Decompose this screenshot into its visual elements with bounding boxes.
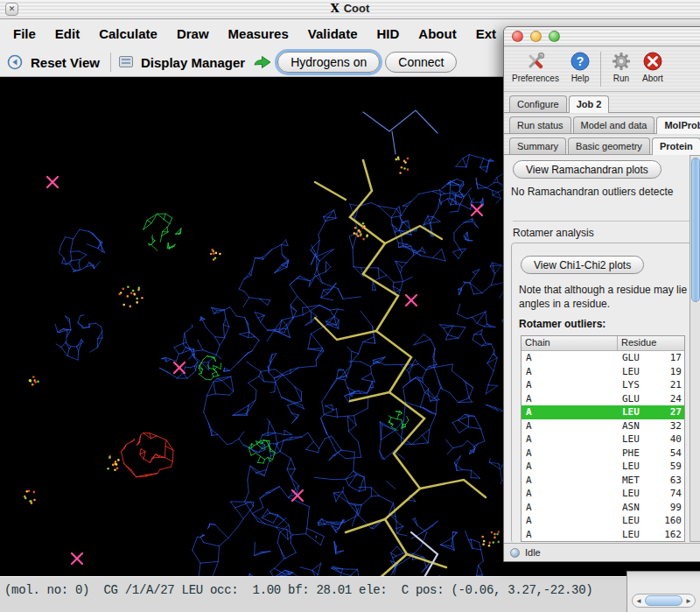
scrollbar-thumb[interactable] bbox=[645, 595, 682, 606]
view-ramachandran-button[interactable]: View Ramachandran plots bbox=[513, 160, 662, 179]
reset-view-icon[interactable] bbox=[7, 54, 23, 70]
dialog-titlebar[interactable] bbox=[504, 27, 700, 46]
main-statusbar: (mol. no: 0) CG /1/A/27 LEU occ: 1.00 bf… bbox=[0, 576, 700, 612]
cell-chain: A bbox=[522, 515, 618, 526]
residue-name: PHE bbox=[622, 447, 659, 459]
residue-name: ASN bbox=[622, 502, 659, 513]
menu-hid[interactable]: HID bbox=[368, 19, 410, 48]
menu-draw[interactable]: Draw bbox=[167, 19, 219, 48]
rotamer-row-leu-162[interactable]: ALEU162 bbox=[522, 528, 684, 542]
tab-protein[interactable]: Protein bbox=[652, 137, 700, 155]
corner-scroll-panel: ◄ ► bbox=[626, 571, 700, 612]
tab-summary[interactable]: Summary bbox=[509, 137, 566, 154]
help-button[interactable]: ?Help bbox=[565, 50, 595, 84]
separator bbox=[513, 221, 700, 222]
cell-chain: A bbox=[522, 529, 618, 540]
cell-residue: LEU27 bbox=[618, 406, 684, 418]
rotamer-note-line1: Note that although a residue may lie bbox=[519, 283, 700, 297]
ramachandran-message: No Ramachandran outliers detecte bbox=[511, 186, 700, 198]
dialog-vertical-scrollbar[interactable] bbox=[690, 155, 700, 542]
menu-measures[interactable]: Measures bbox=[219, 19, 298, 48]
table-body: AGLU17ALEU19ALYS21AGLU24ALEU27AASN32ALEU… bbox=[522, 351, 684, 541]
column-header-residue[interactable]: Residue bbox=[618, 336, 684, 351]
dialog-minimize-button[interactable] bbox=[530, 31, 542, 42]
menu-calculate[interactable]: Calculate bbox=[89, 19, 167, 48]
cell-residue: LEU59 bbox=[618, 461, 684, 472]
cell-chain: A bbox=[522, 447, 618, 459]
tab-molprobit[interactable]: MolProbit bbox=[656, 116, 700, 134]
dialog-zoom-button[interactable] bbox=[549, 31, 560, 42]
rotamer-row-leu-27[interactable]: ALEU27 bbox=[522, 405, 684, 419]
reset-view-button[interactable]: Reset View bbox=[28, 53, 102, 72]
green-arrow-icon[interactable] bbox=[253, 55, 272, 69]
residue-number: 162 bbox=[659, 529, 682, 540]
residue-number: 24 bbox=[659, 393, 682, 404]
rotamer-row-glu-24[interactable]: AGLU24 bbox=[522, 392, 684, 406]
atom-status-text: (mol. no: 0) CG /1/A/27 LEU occ: 1.00 bf… bbox=[4, 583, 592, 597]
rotamer-row-met-63[interactable]: AMET63 bbox=[522, 474, 684, 488]
menu-about[interactable]: About bbox=[409, 19, 466, 48]
scroll-left-arrow-icon[interactable]: ◄ bbox=[633, 597, 645, 605]
scroll-right-arrow-icon[interactable]: ► bbox=[682, 597, 695, 605]
column-header-chain[interactable]: Chain bbox=[522, 336, 618, 351]
rotamer-row-lys-21[interactable]: ALYS21 bbox=[522, 378, 684, 392]
dialog-scrollbar-thumb[interactable] bbox=[691, 158, 700, 302]
menu-file[interactable]: File bbox=[4, 19, 46, 48]
svg-text:?: ? bbox=[577, 54, 584, 68]
rotamer-row-leu-40[interactable]: ALEU40 bbox=[522, 433, 684, 447]
main-titlebar[interactable]: ✕ XCoot bbox=[0, 0, 700, 19]
residue-number: 19 bbox=[659, 366, 682, 377]
residue-name: LEU bbox=[622, 461, 659, 472]
dialog-toolbar-separator bbox=[600, 52, 601, 87]
rotamer-row-asn-99[interactable]: AASN99 bbox=[522, 501, 684, 515]
cell-chain: A bbox=[522, 379, 618, 390]
residue-number: 160 bbox=[659, 515, 682, 526]
rotamer-note: Note that although a residue may lie ang… bbox=[519, 283, 700, 311]
tab-job-2[interactable]: Job 2 bbox=[569, 95, 610, 113]
window-title-text: Coot bbox=[344, 2, 370, 15]
rotamer-row-glu-17[interactable]: AGLU17 bbox=[522, 351, 684, 365]
dialog-close-button[interactable] bbox=[512, 31, 523, 42]
menu-ext[interactable]: Ext bbox=[466, 19, 506, 48]
menu-validate[interactable]: Validate bbox=[298, 19, 368, 48]
residue-number: 40 bbox=[659, 433, 682, 445]
tab-model-and-data[interactable]: Model and data bbox=[573, 116, 655, 133]
rotamer-row-leu-160[interactable]: ALEU160 bbox=[522, 514, 684, 528]
tab-run-status[interactable]: Run status bbox=[509, 116, 571, 133]
rotamer-outliers-table: Chain Residue AGLU17ALEU19ALYS21AGLU24AL… bbox=[521, 335, 685, 542]
connect-button[interactable]: Connect bbox=[385, 52, 457, 73]
rotamer-row-asn-32[interactable]: AASN32 bbox=[522, 419, 684, 433]
rotamer-note-line2: angles in a residue. bbox=[519, 297, 700, 311]
horizontal-scrollbar[interactable]: ◄ ► bbox=[632, 594, 696, 608]
residue-number: 32 bbox=[659, 420, 682, 432]
menu-edit[interactable]: Edit bbox=[46, 19, 89, 48]
abort-button[interactable]: Abort bbox=[638, 50, 668, 84]
residue-number: 54 bbox=[659, 447, 682, 459]
cell-residue: LYS21 bbox=[618, 379, 684, 390]
view-chi-plots-button[interactable]: View Chi1-Chi2 plots bbox=[521, 256, 644, 274]
rotamer-row-leu-59[interactable]: ALEU59 bbox=[522, 460, 684, 474]
window-title: XCoot bbox=[0, 2, 700, 15]
display-manager-button[interactable]: Display Manager bbox=[138, 53, 248, 72]
x11-icon: X bbox=[331, 2, 340, 15]
dialog-toolbar: Preferences?HelpRunAbort bbox=[504, 46, 700, 92]
preferences-button[interactable]: Preferences bbox=[508, 50, 564, 84]
cell-residue: ASN99 bbox=[618, 502, 684, 513]
residue-name: LEU bbox=[622, 433, 659, 445]
residue-name: ASN bbox=[622, 420, 659, 432]
cell-residue: MET63 bbox=[618, 475, 684, 486]
tab-basic-geometry[interactable]: Basic geometry bbox=[568, 137, 650, 154]
residue-name: LEU bbox=[622, 366, 659, 377]
cell-chain: A bbox=[522, 433, 618, 445]
rotamer-row-leu-74[interactable]: ALEU74 bbox=[522, 487, 684, 501]
job-tabs: ConfigureJob 2 bbox=[504, 92, 700, 113]
cell-chain: A bbox=[522, 461, 618, 472]
cell-residue: ASN32 bbox=[618, 420, 684, 432]
hydrogens-toggle-button[interactable]: Hydrogens on bbox=[277, 52, 380, 73]
residue-number: 99 bbox=[659, 502, 682, 513]
display-manager-icon[interactable] bbox=[119, 56, 133, 68]
run-button[interactable]: Run bbox=[606, 50, 636, 84]
rotamer-row-phe-54[interactable]: APHE54 bbox=[522, 447, 684, 461]
tab-configure[interactable]: Configure bbox=[509, 95, 567, 112]
rotamer-row-leu-19[interactable]: ALEU19 bbox=[522, 365, 684, 379]
